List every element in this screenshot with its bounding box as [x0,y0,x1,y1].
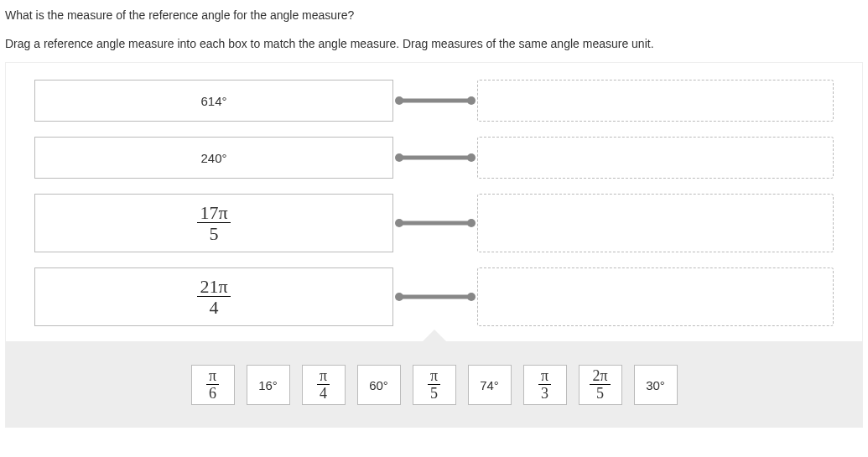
angle-measure-box: 240° [34,137,393,179]
question-text: What is the measure of the reference ang… [0,0,868,37]
fraction-numerator: π [428,368,440,385]
fraction-denominator: 5 [430,385,438,402]
chip-label: 16° [258,378,278,392]
chip-fraction: π 6 [206,368,219,402]
match-row: 21π 4 [34,267,834,326]
fraction-numerator: π [538,368,551,385]
fraction-denominator: 5 [596,385,604,402]
answer-chip[interactable]: π 4 [302,365,346,405]
answer-chip[interactable]: π 6 [191,365,235,405]
chip-label: 30° [646,378,665,392]
connector [393,291,477,303]
connector [393,152,477,164]
fraction-numerator: 17π [197,203,230,223]
angle-value: 614° [200,94,226,108]
reference-angle-dropzone[interactable] [477,267,834,326]
svg-point-2 [467,96,476,105]
instructions-text: Drag a reference angle measure into each… [0,37,868,62]
fraction-numerator: π [206,368,219,385]
answer-chip[interactable]: 60° [357,365,401,405]
answer-tray: π 6 16° π 4 60° π 5 [6,341,862,427]
reference-angle-dropzone[interactable] [477,80,834,122]
fraction-numerator: π [317,368,330,385]
matching-workspace: 614° 240° 17π 5 21π 4 [5,62,863,428]
fraction-denominator: 4 [209,297,218,317]
svg-point-5 [467,153,476,162]
answer-chip[interactable]: 74° [468,365,512,405]
angle-value: 240° [200,151,226,165]
chip-label: 74° [480,378,499,392]
reference-angle-dropzone[interactable] [477,194,834,252]
svg-point-8 [467,219,476,227]
answer-chip[interactable]: π 5 [413,365,456,405]
match-row: 17π 5 [34,194,834,252]
match-row: 240° [34,137,834,179]
angle-measure-box: 614° [34,80,393,122]
chip-label: 60° [369,378,388,392]
svg-point-11 [467,293,476,301]
reference-angle-dropzone[interactable] [477,137,834,179]
chip-fraction: π 5 [428,368,440,402]
connector [393,95,477,106]
fraction-numerator: 21π [197,277,230,297]
fraction-numerator: 2π [590,368,610,385]
chip-fraction: 2π 5 [590,368,610,402]
angle-measure-box: 17π 5 [34,194,393,252]
chip-fraction: π 3 [538,368,551,402]
fraction-denominator: 4 [320,385,327,402]
match-row: 614° [34,80,834,122]
connector [393,217,477,229]
fraction-denominator: 6 [209,385,216,402]
answer-chip[interactable]: π 3 [523,365,567,405]
answer-chip[interactable]: 2π 5 [579,365,622,405]
fraction-denominator: 3 [541,385,548,402]
angle-value-fraction: 21π 4 [197,277,230,317]
fraction-denominator: 5 [209,223,218,243]
chip-fraction: π 4 [317,368,330,402]
answer-tray-wrap: π 6 16° π 4 60° π 5 [6,341,862,427]
tray-arrow-icon [421,330,448,343]
angle-measure-box: 21π 4 [34,267,393,326]
answer-chip[interactable]: 16° [247,365,290,405]
angle-value-fraction: 17π 5 [197,203,230,243]
answer-chip[interactable]: 30° [634,365,678,405]
